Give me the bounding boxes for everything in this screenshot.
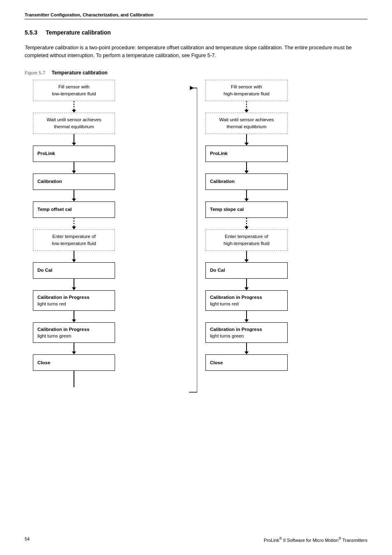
right-step8-box: Calibration in Progress light turns red <box>205 290 288 311</box>
right-step7-box: Do Cal <box>205 262 288 279</box>
right-step10-box: Close <box>205 354 288 371</box>
left-step7-box: Do Cal <box>33 262 115 279</box>
right-step9-box: Calibration in Progress light turns gree… <box>205 322 288 343</box>
right-step1-box: Fill sensor with high-temperature fluid <box>205 80 288 101</box>
figure-label: Figure 5-7 Temperature calibration <box>25 69 367 76</box>
left-step10-box: Close <box>33 354 115 371</box>
left-flow-column: Fill sensor with low-temperature fluid W… <box>25 80 123 387</box>
section-number: 5.5.3 <box>25 29 37 36</box>
product-name: ProLink® II Software for Micro Motion® T… <box>264 536 367 543</box>
arrow3 <box>72 162 76 173</box>
page-footer: 54 ProLink® II Software for Micro Motion… <box>0 536 392 543</box>
arrow2 <box>72 134 76 146</box>
arrow6 <box>72 251 76 262</box>
section-title: Temperature calibration <box>46 29 111 36</box>
connector-svg <box>148 80 197 417</box>
left-step1-box: Fill sensor with low-temperature fluid <box>33 80 115 101</box>
right-step5-box: Temp slope cal <box>205 201 288 218</box>
bottom-arrow <box>74 371 74 387</box>
r-arrow3 <box>244 162 249 173</box>
right-step3-box: ProLink <box>205 146 288 162</box>
r-arrow9 <box>244 343 249 354</box>
r-arrow5 <box>244 218 249 229</box>
left-step2-box: Wait until sensor achieves thermal equil… <box>33 113 115 134</box>
arrow8 <box>72 311 76 322</box>
page-number: 54 <box>25 536 30 543</box>
r-arrow8 <box>244 311 249 322</box>
left-step6-box: Enter temperature of low-temperature flu… <box>33 229 115 251</box>
arrow7 <box>72 279 76 290</box>
r-arrow4 <box>244 190 249 201</box>
section-heading: 5.5.3 Temperature calibration <box>25 29 367 40</box>
right-step6-box: Enter temperature of high-temperature fl… <box>205 229 288 251</box>
left-step8-box: Calibration in Progress light turns red <box>33 290 115 311</box>
left-step4-box: Calibration <box>33 173 115 190</box>
r-arrow2 <box>244 134 249 146</box>
left-step5-box: Temp offset cal <box>33 201 115 218</box>
right-step2-box: Wait until sensor achieves thermal equil… <box>205 113 288 134</box>
r-arrow1 <box>244 101 249 113</box>
section-description: Temperature calibration is a two-point p… <box>25 44 367 60</box>
left-step3-box: ProLink <box>33 146 115 162</box>
arrow4 <box>72 190 76 201</box>
left-step9-box: Calibration in Progress light turns gree… <box>33 322 115 343</box>
diagram: Fill sensor with low-temperature fluid W… <box>25 80 367 387</box>
arrow9 <box>72 343 76 354</box>
r-arrow7 <box>244 279 249 290</box>
right-flow-column: Fill sensor with high-temperature fluid … <box>197 80 296 387</box>
arrow1 <box>72 101 76 113</box>
right-step4-box: Calibration <box>205 173 288 190</box>
r-arrow6 <box>244 251 249 262</box>
page-header: Transmitter Configuration, Characterizat… <box>25 12 367 19</box>
svg-marker-3 <box>190 86 194 90</box>
arrow5 <box>72 218 76 229</box>
